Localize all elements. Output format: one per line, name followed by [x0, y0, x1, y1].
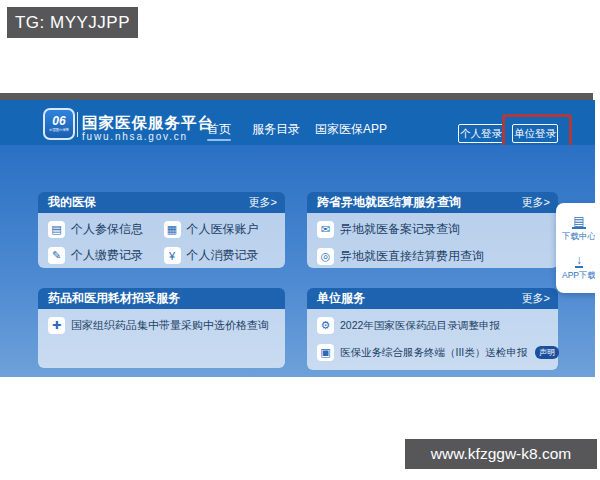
- svc-label: 2022年国家医保药品目录调整申报: [340, 319, 500, 333]
- svc-label: 个人消费记录: [187, 247, 259, 264]
- panel-drug-procurement-header: 药品和医用耗材招采服务: [38, 288, 285, 309]
- nhsa-logo-icon: 06 中国医疗保障: [43, 108, 75, 140]
- wallet-icon: ▦: [164, 221, 181, 238]
- app-download-icon: ↓: [575, 253, 583, 268]
- more-link[interactable]: 更多>: [522, 291, 550, 306]
- more-link[interactable]: 更多>: [249, 195, 277, 210]
- nav-home[interactable]: 首页: [207, 121, 231, 138]
- svc-label: 个人缴费记录: [71, 247, 143, 264]
- gear-doc-icon: ⚙: [317, 317, 334, 334]
- logo-divider: [77, 112, 78, 137]
- panel-title: 我的医保: [48, 194, 96, 211]
- portal-screenshot: 06 中国医疗保障 国家医保服务平台 fuwu.nhsa.gov.cn 首页 服…: [0, 93, 595, 377]
- terminal-icon: ▣: [317, 344, 334, 361]
- more-link[interactable]: 更多>: [522, 195, 550, 210]
- app-download-label: APP下载: [562, 270, 595, 282]
- svc-label: 个人参保信息: [71, 221, 143, 238]
- download-center-icon: ▤: [572, 214, 585, 229]
- svc-personal-insurance-account[interactable]: ▦ 个人医保账户: [164, 221, 276, 238]
- app-download-item[interactable]: ↓ APP下载: [562, 253, 595, 282]
- message-icon: ✉: [317, 221, 334, 238]
- nav-national-app[interactable]: 国家医保APP: [315, 121, 387, 138]
- yen-icon: ¥: [164, 247, 181, 264]
- svc-label: 异地就医直接结算费用查询: [340, 248, 484, 265]
- svc-label: 医保业务综合服务终端（III类）送检申报: [340, 346, 527, 360]
- nav-home-active-underline: [207, 139, 231, 141]
- panel-title: 单位服务: [317, 290, 365, 307]
- medicine-icon: ✚: [48, 317, 65, 334]
- statement-badge: 声明: [535, 346, 559, 359]
- download-side-panel: ▤ 下载中心 ↓ APP下载: [556, 203, 595, 293]
- download-center-item[interactable]: ▤ 下载中心: [562, 214, 595, 243]
- panel-unit-services-header: 单位服务 更多>: [307, 288, 558, 309]
- panel-cross-province-header: 跨省异地就医结算服务查询 更多>: [307, 192, 558, 213]
- portal-header: 06 中国医疗保障 国家医保服务平台 fuwu.nhsa.gov.cn 首页 服…: [0, 100, 595, 145]
- panel-my-insurance: 我的医保 更多> ▤ 个人参保信息 ▦ 个人医保账户 ✎ 个人缴费记录 ¥: [38, 192, 285, 268]
- record-icon: ✎: [48, 247, 65, 264]
- svc-personal-payment-records[interactable]: ✎ 个人缴费记录: [48, 247, 160, 264]
- panel-body: ✉ 异地就医备案记录查询 ◎ 异地就医直接结算费用查询: [307, 213, 558, 268]
- nav-service-catalog[interactable]: 服务目录: [252, 121, 300, 138]
- panel-body: ▤ 个人参保信息 ▦ 个人医保账户 ✎ 个人缴费记录 ¥ 个人消费记录: [38, 213, 285, 268]
- top-gray-strip: [0, 93, 593, 100]
- download-center-label: 下载中心: [562, 231, 595, 243]
- panel-drug-procurement: 药品和医用耗材招采服务 ✚ 国家组织药品集中带量采购中选价格查询: [38, 288, 285, 368]
- logo-glyph: 06: [52, 115, 65, 127]
- panel-body: ✚ 国家组织药品集中带量采购中选价格查询: [38, 309, 285, 368]
- panel-title: 药品和医用耗材招采服务: [48, 290, 180, 307]
- svc-centralized-procurement-price-query[interactable]: ✚ 国家组织药品集中带量采购中选价格查询: [48, 317, 275, 334]
- panel-title: 跨省异地就医结算服务查询: [317, 194, 461, 211]
- panel-cross-province-settlement: 跨省异地就医结算服务查询 更多> ✉ 异地就医备案记录查询 ◎ 异地就医直接结算…: [307, 192, 558, 268]
- site-url: fuwu.nhsa.gov.cn: [82, 131, 188, 142]
- svc-label: 异地就医备案记录查询: [340, 221, 460, 238]
- target-icon: ◎: [317, 248, 334, 265]
- panel-unit-services: 单位服务 更多> ⚙ 2022年国家医保药品目录调整申报 ▣ 医保业务综合服务终…: [307, 288, 558, 370]
- svc-personal-consumption-records[interactable]: ¥ 个人消费记录: [164, 247, 276, 264]
- svc-label: 个人医保账户: [187, 221, 259, 238]
- site-watermark-badge: www.kfzggw-k8.com: [405, 439, 597, 469]
- svc-remote-filing-record-query[interactable]: ✉ 异地就医备案记录查询: [317, 221, 548, 238]
- panel-body: ⚙ 2022年国家医保药品目录调整申报 ▣ 医保业务综合服务终端（III类）送检…: [307, 309, 558, 370]
- svc-2022-drug-catalog-adjustment[interactable]: ⚙ 2022年国家医保药品目录调整申报: [317, 317, 548, 334]
- logo-subtext: 中国医疗保障: [49, 128, 69, 131]
- svc-label: 国家组织药品集中带量采购中选价格查询: [71, 318, 269, 333]
- svc-remote-direct-settlement-query[interactable]: ◎ 异地就医直接结算费用查询: [317, 248, 548, 265]
- document-icon: ▤: [48, 221, 65, 238]
- tg-watermark-badge: TG: MYYJJPP: [7, 7, 138, 38]
- personal-login-button[interactable]: 个人登录: [458, 124, 504, 143]
- panel-my-insurance-header: 我的医保 更多>: [38, 192, 285, 213]
- svc-terminal-inspection-declaration[interactable]: ▣ 医保业务综合服务终端（III类）送检申报 声明: [317, 344, 548, 361]
- portal-main: 我的医保 更多> ▤ 个人参保信息 ▦ 个人医保账户 ✎ 个人缴费记录 ¥: [0, 145, 595, 377]
- svc-personal-enrollment-info[interactable]: ▤ 个人参保信息: [48, 221, 160, 238]
